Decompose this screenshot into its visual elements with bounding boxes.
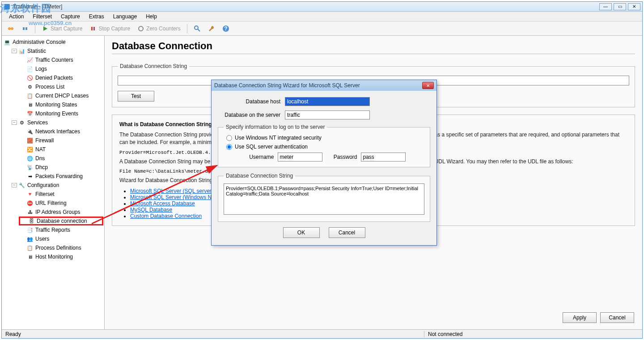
radio-sql[interactable]	[226, 144, 232, 150]
menu-capture[interactable]: Capture	[56, 13, 85, 21]
svg-rect-6	[91, 27, 93, 30]
password-label: Password	[326, 154, 357, 160]
connect-button[interactable]	[4, 24, 17, 34]
menu-language[interactable]: Language	[109, 13, 141, 21]
svg-rect-4	[25, 27, 27, 30]
log-icon: 📄	[26, 65, 34, 72]
window-title: TrafAdmin - [TMeter]	[13, 4, 599, 10]
dialog-cancel-button[interactable]: Cancel	[329, 227, 365, 238]
tree-network-interfaces[interactable]: 🔌Network Interfaces	[19, 127, 103, 136]
svg-point-8	[139, 26, 143, 31]
db-input[interactable]	[285, 110, 370, 119]
tree-cfg-filterset[interactable]: 🔻Filterset	[19, 190, 103, 199]
username-input[interactable]	[278, 153, 322, 162]
tree-monitoring-events[interactable]: 📅Monitoring Events	[19, 109, 103, 118]
start-capture-button[interactable]: Start Capture	[39, 24, 85, 34]
nat-icon: 🔀	[26, 146, 34, 153]
tree-root[interactable]: 💻Administative Console	[3, 38, 103, 47]
status-right: Not connected	[424, 331, 639, 337]
titlebar: TrafAdmin - [TMeter] — ▭ ✕	[2, 2, 642, 12]
tree-monitoring-states[interactable]: 🖥Monitoring States	[19, 100, 103, 109]
disconnect-button[interactable]	[19, 24, 31, 34]
report-icon: 📑	[26, 226, 34, 234]
tree-process-definitions[interactable]: 📋Process Definitions	[19, 243, 103, 252]
stop-capture-label: Stop Capture	[98, 26, 130, 32]
collapse-icon[interactable]: −	[12, 49, 17, 53]
config-icon: 🔧	[18, 182, 25, 189]
cancel-button[interactable]: Cancel	[600, 312, 634, 323]
tree-url-filtering[interactable]: ⛔URL Filtering	[19, 199, 103, 208]
dialog-title: Database Connection String Wizard for Mi…	[214, 82, 422, 89]
zero-counters-label: Zero Counters	[146, 26, 181, 32]
dialog-ok-button[interactable]: OK	[283, 227, 320, 238]
menubar: Action Filterset Capture Extras Language…	[2, 12, 642, 21]
menu-help[interactable]: Help	[141, 13, 161, 21]
search-button[interactable]	[191, 24, 203, 34]
procdef-icon: 📋	[26, 244, 34, 251]
cs-output[interactable]	[224, 183, 424, 215]
link-mysql[interactable]: MySQL Database	[130, 207, 172, 213]
radio-sql-label: Use SQL server authentication	[235, 144, 308, 150]
apply-button[interactable]: Apply	[563, 312, 597, 323]
divider	[112, 54, 635, 54]
tool-button[interactable]	[205, 24, 218, 34]
dialog-close-button[interactable]: ✕	[422, 82, 434, 89]
tree-traffic-counters[interactable]: 📈Traffic Counters	[19, 55, 103, 64]
svg-line-10	[198, 29, 200, 31]
tree-dhcp[interactable]: 📡Dhcp	[19, 163, 103, 172]
password-input[interactable]	[361, 153, 406, 162]
help-button[interactable]: ?	[220, 24, 232, 34]
menu-action[interactable]: Action	[4, 13, 28, 21]
tree-nat[interactable]: 🔀NAT	[19, 145, 103, 154]
tree-configuration[interactable]: −🔧Configuration	[11, 181, 103, 190]
tree-services[interactable]: −⚙Services	[11, 118, 103, 127]
tree-dhcp-leases[interactable]: 📋Current DHCP Leases	[19, 91, 103, 100]
test-button[interactable]: Test	[118, 91, 154, 102]
collapse-icon[interactable]: −	[12, 120, 17, 125]
events-icon: 📅	[26, 110, 34, 117]
menu-filterset[interactable]: Filterset	[28, 13, 56, 21]
zero-counters-button[interactable]: Zero Counters	[135, 24, 183, 34]
menu-extras[interactable]: Extras	[85, 13, 109, 21]
tree-traffic-reports[interactable]: 📑Traffic Reports	[19, 225, 103, 234]
svg-point-2	[11, 27, 13, 30]
connection-string-legend: Database Connection String	[118, 63, 189, 69]
host-input[interactable]	[285, 97, 370, 106]
tree-denied-packets[interactable]: 🚫Denied Packets	[19, 73, 103, 82]
link-access[interactable]: Microsoft Access Database	[130, 200, 195, 207]
sidebar-tree[interactable]: 💻Administative Console −📊Statistic 📈Traf…	[2, 36, 105, 329]
stop-capture-button[interactable]: Stop Capture	[87, 24, 133, 34]
svg-text:?: ?	[224, 26, 227, 32]
wizard-dialog: Database Connection String Wizard for Mi…	[211, 80, 437, 246]
monitor-icon: 🖥	[26, 101, 34, 108]
toolbar-separator	[187, 24, 187, 33]
dialog-titlebar[interactable]: Database Connection String Wizard for Mi…	[212, 80, 436, 91]
minimize-button[interactable]: —	[599, 3, 612, 10]
tree-ip-groups[interactable]: 🖧IP Address Groups	[19, 208, 103, 217]
svg-rect-0	[4, 4, 10, 9]
tree-database-connection[interactable]: 🗄Database connection	[19, 217, 103, 225]
radio-nt[interactable]	[226, 135, 232, 141]
statusbar: Ready Not connected	[2, 329, 642, 338]
svg-point-1	[8, 27, 11, 30]
ip-icon: 🖧	[26, 208, 34, 216]
chart-icon: 📊	[18, 47, 25, 55]
zero-icon	[137, 25, 144, 32]
tree-host-monitoring[interactable]: 🖥Host Monitoring	[19, 252, 103, 261]
tree-users[interactable]: 👥Users	[19, 234, 103, 243]
collapse-icon[interactable]: −	[12, 183, 17, 187]
close-button[interactable]: ✕	[628, 3, 640, 10]
tree-logs[interactable]: 📄Logs	[19, 64, 103, 73]
link-custom[interactable]: Custom Database Connection	[130, 213, 202, 219]
dns-icon: 🌐	[26, 155, 34, 162]
app-icon	[4, 3, 11, 10]
tree-process-list[interactable]: ⚙Process List	[19, 82, 103, 91]
dhcp-srv-icon: 📡	[26, 164, 34, 171]
tree-packet-forwarding[interactable]: ➡Packets Forwarding	[19, 172, 103, 181]
maximize-button[interactable]: ▭	[614, 3, 626, 10]
host-label: Database host	[218, 98, 285, 105]
tree-statistic[interactable]: −📊Statistic	[11, 47, 103, 55]
tree-firewall[interactable]: 🧱Firewall	[19, 136, 103, 145]
tree-dns[interactable]: 🌐Dns	[19, 154, 103, 163]
start-capture-label: Start Capture	[51, 26, 82, 32]
